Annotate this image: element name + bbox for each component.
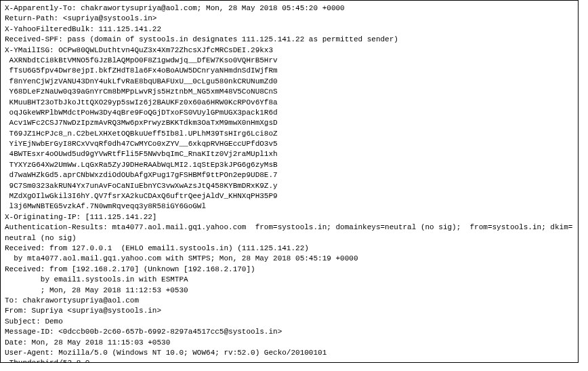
header-x-originating-ip: X-Originating-IP: [111.125.141.22] [5,212,574,222]
header-x-ymailisg-line: MZdXgOIlwGkil3I6hY.QV7fsrXA2kuCDAxQ6uftr… [5,191,574,201]
header-x-ymailisg-line: 9C7Sm0323akRUN4Yx7unAvFoCaNIuEbnYC3vwXwA… [5,181,574,191]
header-return-path: Return-Path: <supriya@systools.in> [5,14,574,24]
header-to: To: chakrawortysupriya@aol.com [5,296,574,306]
header-user-agent-cont: Thunderbird/52.8.0 [5,358,574,363]
header-from: From: Supriya <supriya@systools.in> [5,306,574,316]
header-received-2: Received: from [192.168.2.170] (Unknown … [5,265,574,275]
header-authentication-results: Authentication-Results: mta4077.aol.mail… [5,222,574,243]
header-x-ymailisg-line: f8nYenCjWjzVANU43DnY4ukLfvRaE8bqUBAFUxU_… [5,77,574,87]
header-x-ymailisg-line: YiYEjNwbErGyI8RCxVvqRf0dh47CwMYCo0xZYV__… [5,139,574,149]
header-x-ymailisg-line: TYXYzG64Xw2UmWw.LqGxRa5ZyJ9DHeRAAbWqLMI2… [5,160,574,170]
header-received-spf: Received-SPF: pass (domain of systools.i… [5,35,574,45]
header-received-2-cont2: ; Mon, 28 May 2018 11:12:53 +0530 [5,286,574,296]
header-x-yahoofilteredbulk: X-YahooFilteredBulk: 111.125.141.22 [5,24,574,35]
header-subject: Subject: Demo [5,317,574,327]
header-message-id: Message-ID: <0dccb00b-2c60-657b-6992-829… [5,327,574,337]
header-x-ymailisg-line: AXRNbdtCi8kBtVMNO5fGJzBlAQMpO0F8Z1gwdwjq… [5,56,574,66]
header-x-apparently-to: X-Apparently-To: chakrawortysupriya@aol.… [5,3,574,14]
header-x-ymailisg-line: Y68DLeFzNaUw0q39aGnYrCm8bMPpLwvRjs5Hztnb… [5,87,574,97]
header-x-ymailisg-line: T69JZ1HcPJc8_n.C2beLXHXetOQBkuUeff5Ib8l.… [5,129,574,139]
header-x-ymailisg-line: Acv1WFc2CSJ7NwDzIpzmAvRQ3Mw6pxPrwyzBKKTd… [5,118,574,128]
email-raw-source: X-Apparently-To: chakrawortysupriya@aol.… [0,0,579,363]
header-x-ymailisg-line: oqJGkeWRPlbWMdctPoHw3Dy4qBre9FoQGjDTxoFS… [5,108,574,118]
header-received-1: Received: from 127.0.0.1 (EHLO email1.sy… [5,243,574,254]
header-date: Date: Mon, 28 May 2018 11:15:03 +0530 [5,338,574,348]
header-received-2-cont1: by email1.systools.in with ESMTPA [5,275,574,285]
header-x-ymailisg-line: fTsU6G5fpv4Dwr8ejpI.bkfZHdT8la6Fx4oBoAUW… [5,66,574,76]
header-x-ymailisg-line: d7waWHZkGd5.aprCNbWxzdiOdOUbAfgXPug17gFS… [5,170,574,180]
header-x-ymailisg-line: KMuuBHT23oTbJkoJttQXO29yp5swIz6j2BAUKFz0… [5,98,574,108]
header-x-ymailisg-line: 4BWTEsxr4oOUwd5ud9gYVwRtfFli5F5NWvbqImC_… [5,149,574,159]
header-x-ymailisg-line: l3j6MwNBTEG5vzkAf.7N0wmRqveqq3y8R58iGY6G… [5,201,574,212]
header-received-1-cont: by mta4077.aol.mail.gq1.yahoo.com with S… [5,254,574,264]
header-user-agent: User-Agent: Mozilla/5.0 (Windows NT 10.0… [5,348,574,358]
header-x-ymailisg: X-YMailISG: OCPw80QWLDuthtvn4QuZ3x4Xm72Z… [5,45,574,56]
